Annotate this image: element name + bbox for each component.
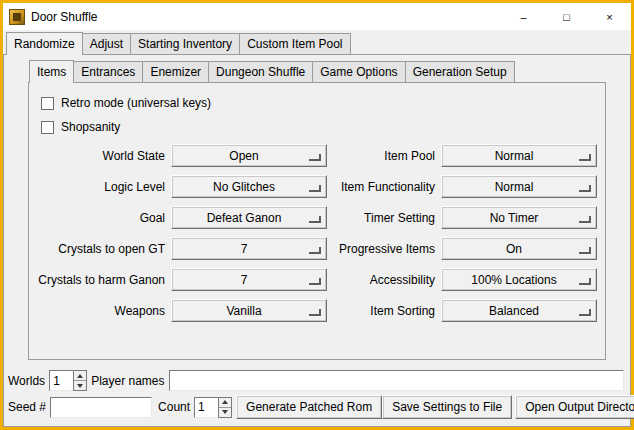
- logic-level-value: No Glitches: [213, 180, 285, 194]
- seed-input[interactable]: [50, 397, 152, 418]
- logic-level-dropdown[interactable]: No Glitches: [171, 175, 327, 198]
- inner-tab-bar: Items Entrances Enemizer Dungeon Shuffle…: [28, 60, 606, 82]
- item-functionality-dropdown[interactable]: Normal: [441, 175, 597, 198]
- accessibility-dropdown[interactable]: 100% Locations: [441, 268, 597, 291]
- shopsanity-checkbox[interactable]: [41, 121, 54, 134]
- progressive-items-value: On: [506, 242, 532, 256]
- menu-indicator-icon: [309, 309, 321, 316]
- window-controls: – □ ×: [502, 3, 631, 30]
- seed-row: Seed # Count Generate Patched Rom Save S…: [8, 395, 624, 419]
- bottom-right-buttons: Save Settings to File Open Output Direct…: [382, 395, 634, 419]
- maximize-button[interactable]: □: [545, 3, 588, 30]
- count-spinbox: [194, 397, 232, 418]
- menu-indicator-icon: [579, 185, 591, 192]
- top-tab-bar: Randomize Adjust Starting Inventory Cust…: [3, 32, 631, 54]
- tab-adjust[interactable]: Adjust: [82, 33, 131, 54]
- randomize-pane: Items Entrances Enemizer Dungeon Shuffle…: [3, 54, 631, 427]
- minimize-button[interactable]: –: [502, 3, 545, 30]
- items-pane: Retro mode (universal keys) Shopsanity W…: [28, 82, 606, 360]
- count-spin-arrows: [218, 397, 232, 418]
- menu-indicator-icon: [309, 278, 321, 285]
- item-pool-value: Normal: [495, 149, 544, 163]
- world-state-label: World State: [37, 149, 165, 163]
- world-state-value: Open: [229, 149, 268, 163]
- worlds-input[interactable]: [49, 370, 73, 391]
- retro-mode-row: Retro mode (universal keys): [41, 96, 597, 110]
- tab-randomize[interactable]: Randomize: [6, 32, 83, 55]
- menu-indicator-icon: [309, 154, 321, 161]
- crystals-harm-ganon-dropdown[interactable]: 7: [171, 268, 327, 291]
- crystals-open-gt-value: 7: [241, 242, 258, 256]
- retro-mode-label: Retro mode (universal keys): [61, 96, 211, 110]
- timer-setting-dropdown[interactable]: No Timer: [441, 206, 597, 229]
- tab-items[interactable]: Items: [29, 60, 74, 83]
- count-spin-down-icon[interactable]: [219, 407, 231, 417]
- menu-indicator-icon: [579, 278, 591, 285]
- generate-patched-rom-button[interactable]: Generate Patched Rom: [236, 395, 382, 419]
- seed-label: Seed #: [8, 400, 46, 414]
- weapons-dropdown[interactable]: Vanilla: [171, 299, 327, 322]
- menu-indicator-icon: [309, 216, 321, 223]
- close-button[interactable]: ×: [588, 3, 631, 30]
- shopsanity-label: Shopsanity: [61, 120, 120, 134]
- worlds-spinbox: [49, 370, 87, 391]
- item-sorting-dropdown[interactable]: Balanced: [441, 299, 597, 322]
- crystals-open-gt-label: Crystals to open GT: [37, 242, 165, 256]
- goal-value: Defeat Ganon: [207, 211, 292, 225]
- world-state-dropdown[interactable]: Open: [171, 144, 327, 167]
- menu-indicator-icon: [309, 247, 321, 254]
- tab-custom-item-pool[interactable]: Custom Item Pool: [239, 33, 350, 54]
- item-sorting-value: Balanced: [489, 304, 549, 318]
- count-input[interactable]: [194, 397, 218, 418]
- window-title: Door Shuffle: [31, 10, 98, 24]
- worlds-row: Worlds Player names: [8, 370, 624, 391]
- count-label: Count: [158, 400, 190, 414]
- goal-dropdown[interactable]: Defeat Ganon: [171, 206, 327, 229]
- item-functionality-label: Item Functionality: [333, 180, 435, 194]
- timer-setting-label: Timer Setting: [333, 211, 435, 225]
- tab-enemizer[interactable]: Enemizer: [142, 61, 209, 82]
- menu-indicator-icon: [579, 309, 591, 316]
- accessibility-value: 100% Locations: [471, 273, 566, 287]
- logic-level-label: Logic Level: [37, 180, 165, 194]
- tab-generation-setup[interactable]: Generation Setup: [405, 61, 515, 82]
- worlds-spin-arrows: [73, 370, 87, 391]
- window-body: Door Shuffle – □ × Randomize Adjust Star…: [3, 3, 631, 427]
- retro-mode-checkbox[interactable]: [41, 97, 54, 110]
- player-names-label: Player names: [91, 374, 164, 388]
- accessibility-label: Accessibility: [333, 273, 435, 287]
- item-sorting-label: Item Sorting: [333, 304, 435, 318]
- tab-dungeon-shuffle[interactable]: Dungeon Shuffle: [208, 61, 313, 82]
- crystals-harm-ganon-label: Crystals to harm Ganon: [37, 273, 165, 287]
- crystals-harm-ganon-value: 7: [241, 273, 258, 287]
- app-icon: [9, 9, 25, 25]
- options-grid: World State Open Item Pool Normal Logic …: [37, 144, 597, 322]
- item-pool-dropdown[interactable]: Normal: [441, 144, 597, 167]
- menu-indicator-icon: [579, 247, 591, 254]
- spacer: [28, 360, 606, 370]
- menu-indicator-icon: [309, 185, 321, 192]
- weapons-label: Weapons: [37, 304, 165, 318]
- tab-game-options[interactable]: Game Options: [312, 61, 405, 82]
- titlebar: Door Shuffle – □ ×: [3, 3, 631, 30]
- worlds-spin-down-icon[interactable]: [74, 380, 86, 390]
- open-output-directory-button[interactable]: Open Output Directory: [515, 395, 634, 419]
- worlds-spin-up-icon[interactable]: [74, 371, 86, 380]
- weapons-value: Vanilla: [226, 304, 271, 318]
- goal-label: Goal: [37, 211, 165, 225]
- shopsanity-row: Shopsanity: [41, 120, 597, 134]
- crystals-open-gt-dropdown[interactable]: 7: [171, 237, 327, 260]
- item-functionality-value: Normal: [495, 180, 544, 194]
- tab-starting-inventory[interactable]: Starting Inventory: [130, 33, 240, 54]
- item-pool-label: Item Pool: [333, 149, 435, 163]
- player-names-input[interactable]: [169, 370, 625, 391]
- worlds-label: Worlds: [8, 374, 45, 388]
- menu-indicator-icon: [579, 216, 591, 223]
- progressive-items-label: Progressive Items: [333, 242, 435, 256]
- menu-indicator-icon: [579, 154, 591, 161]
- tab-entrances[interactable]: Entrances: [73, 61, 143, 82]
- progressive-items-dropdown[interactable]: On: [441, 237, 597, 260]
- count-spin-up-icon[interactable]: [219, 398, 231, 407]
- app-window: Door Shuffle – □ × Randomize Adjust Star…: [0, 0, 634, 430]
- save-settings-button[interactable]: Save Settings to File: [382, 395, 512, 419]
